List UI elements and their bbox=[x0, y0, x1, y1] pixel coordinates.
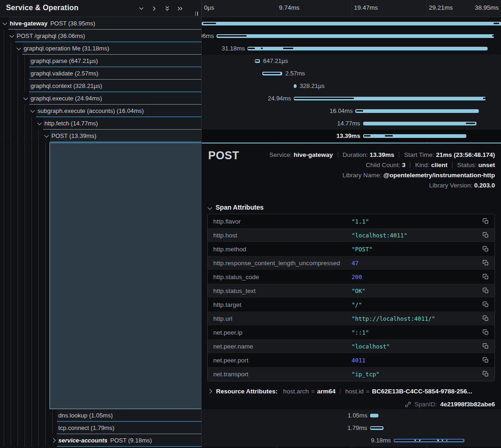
indent-guide bbox=[4, 67, 4, 80]
collapse-chevron-icon[interactable] bbox=[10, 33, 14, 38]
collapse-chevron-icon[interactable] bbox=[3, 21, 7, 25]
span-tree-row[interactable]: graphql.context (328.21µs) bbox=[0, 80, 201, 92]
collapse-chevron-icon[interactable] bbox=[44, 133, 49, 138]
span-duration-label: 9.18ms bbox=[371, 434, 391, 447]
gantt-row[interactable]: 14.77ms bbox=[202, 117, 501, 130]
span-duration-label: 16.04ms bbox=[330, 105, 353, 117]
meta-label: Start Time: bbox=[404, 151, 436, 158]
span-tree-row[interactable]: service-accountsPOST (9.18ms) bbox=[0, 434, 201, 447]
gantt-row[interactable]: 2.57ms bbox=[202, 67, 501, 80]
span-label: http.fetch (14.77ms) bbox=[44, 120, 98, 127]
span-bar[interactable] bbox=[363, 122, 477, 125]
span-tree-row[interactable]: graphql.operation Me (31.18ms) bbox=[0, 42, 201, 55]
span-service-name: service-accounts bbox=[58, 437, 107, 444]
indent-guide bbox=[11, 117, 11, 130]
child-span-marker bbox=[414, 440, 416, 441]
copy-attribute-button[interactable] bbox=[482, 356, 490, 364]
indent-guide bbox=[4, 30, 4, 42]
span-tree-row[interactable]: hive-gatewayPOST (38.95ms) bbox=[0, 17, 201, 30]
span-detail-tree-block bbox=[0, 143, 201, 409]
gantt-row[interactable]: 16.04ms bbox=[202, 105, 501, 117]
span-tree-row[interactable]: POST /graphql (36.06ms) bbox=[0, 30, 201, 42]
indent-guide bbox=[11, 92, 11, 105]
attribute-key: http.status_code bbox=[208, 274, 352, 280]
span-tree-row[interactable]: graphql.parse (647.21µs) bbox=[0, 55, 201, 67]
meta-separator bbox=[338, 152, 338, 158]
indent-guide bbox=[25, 80, 25, 92]
gantt-row[interactable]: 24.94ms bbox=[202, 92, 501, 105]
span-tree-row[interactable]: tcp.connect (1.79ms) bbox=[0, 422, 201, 434]
span-attributes-toggle[interactable]: Span Attributes bbox=[208, 204, 264, 211]
gantt-row[interactable]: 647.21µs bbox=[202, 55, 501, 67]
indent-guide bbox=[11, 422, 11, 434]
copy-attribute-button[interactable] bbox=[482, 217, 490, 225]
expand-all-icon[interactable] bbox=[176, 5, 184, 12]
gantt-row[interactable]: 328.21µs bbox=[202, 80, 501, 92]
copy-attribute-button[interactable] bbox=[482, 286, 490, 295]
copy-attribute-button[interactable] bbox=[482, 231, 490, 239]
span-label: subgraph.execute (accounts) (16.04ms) bbox=[37, 107, 144, 114]
attribute-row: net.peer.ip"::1" bbox=[208, 325, 495, 339]
span-tree-row[interactable]: POST (13.39ms) bbox=[0, 130, 201, 142]
copy-attribute-button[interactable] bbox=[482, 370, 490, 378]
copy-attribute-button[interactable] bbox=[482, 300, 490, 309]
span-label: graphql.parse (647.21µs) bbox=[31, 57, 98, 64]
span-self-time-segment bbox=[466, 123, 475, 124]
span-tree-row[interactable]: subgraph.execute (accounts) (16.04ms) bbox=[0, 105, 201, 117]
span-tree-row[interactable]: graphql.execute (24.94ms) bbox=[0, 92, 201, 105]
copy-attribute-button[interactable] bbox=[482, 328, 490, 336]
span-bar[interactable] bbox=[216, 34, 494, 38]
copy-attribute-button[interactable] bbox=[482, 259, 490, 267]
meta-value: client bbox=[431, 162, 447, 168]
collapse-chevron-icon[interactable] bbox=[24, 96, 28, 100]
span-bar[interactable] bbox=[363, 134, 466, 138]
indent-guide bbox=[31, 143, 32, 409]
copy-attribute-button[interactable] bbox=[482, 342, 490, 350]
span-duration-label: 1.79ms bbox=[347, 422, 367, 434]
resource-attributes-row[interactable]: Resource Attributes: host.arch=arm64host… bbox=[208, 388, 472, 395]
expand-chevron-icon[interactable] bbox=[51, 438, 56, 443]
attribute-value: "::1" bbox=[352, 329, 482, 336]
timeline-gridline bbox=[352, 0, 352, 17]
timeline-tick-label: 29.21ms bbox=[429, 4, 453, 11]
meta-label: Child Count: bbox=[366, 162, 402, 168]
span-self-time-segment bbox=[203, 23, 216, 24]
gantt-row[interactable]: 1.79ms bbox=[202, 422, 501, 434]
timeline-tick-label: 38.95ms bbox=[475, 4, 499, 11]
attribute-key: net.peer.ip bbox=[208, 329, 352, 336]
span-bar[interactable] bbox=[370, 414, 378, 417]
span-bar[interactable] bbox=[355, 109, 479, 113]
collapse-one-icon[interactable] bbox=[137, 5, 145, 12]
copy-attribute-button[interactable] bbox=[482, 273, 490, 281]
meta-value: 21ms (23:56:48.174) bbox=[436, 151, 495, 158]
collapse-all-icon[interactable] bbox=[163, 5, 171, 12]
trace-viewer: Service & Operation hive-gatewayPOST (38… bbox=[0, 0, 501, 448]
indent-guide bbox=[18, 117, 18, 130]
span-tree-row[interactable]: dns.lookup (1.05ms) bbox=[0, 409, 201, 422]
collapse-chevron-icon[interactable] bbox=[37, 121, 42, 125]
collapse-chevron-icon[interactable] bbox=[17, 46, 21, 50]
span-duration-label: 36.06ms bbox=[202, 30, 214, 42]
gantt-row[interactable]: 36.06ms bbox=[202, 30, 501, 42]
gantt-area-top: 38.95ms36.06ms31.18ms647.21µs2.57ms328.2… bbox=[202, 17, 501, 143]
span-tree-row[interactable]: graphql.validate (2.57ms) bbox=[0, 67, 201, 80]
span-bar[interactable] bbox=[202, 22, 501, 25]
indent-guide bbox=[25, 117, 25, 130]
indent-guide bbox=[11, 143, 11, 409]
gantt-row[interactable]: 9.18ms bbox=[202, 434, 501, 447]
gantt-row[interactable]: 1.05ms bbox=[202, 409, 501, 422]
span-service-name: hive-gateway bbox=[10, 20, 48, 27]
span-tree-row[interactable]: http.fetch (14.77ms) bbox=[0, 117, 201, 130]
link-icon[interactable] bbox=[405, 401, 411, 408]
copy-attribute-button[interactable] bbox=[482, 314, 490, 323]
gantt-row[interactable]: 38.95ms bbox=[202, 17, 501, 30]
copy-attribute-button[interactable] bbox=[482, 245, 490, 253]
panel-resize-handle[interactable] bbox=[195, 12, 198, 16]
expand-one-icon[interactable] bbox=[150, 5, 158, 12]
span-self-time-segment bbox=[385, 135, 393, 137]
gantt-row[interactable]: 31.18ms bbox=[202, 42, 501, 55]
span-bar[interactable] bbox=[294, 84, 297, 88]
gantt-row[interactable]: 13.39ms bbox=[202, 130, 501, 142]
collapse-chevron-icon[interactable] bbox=[31, 108, 35, 113]
attribute-key: http.status_text bbox=[208, 287, 352, 294]
